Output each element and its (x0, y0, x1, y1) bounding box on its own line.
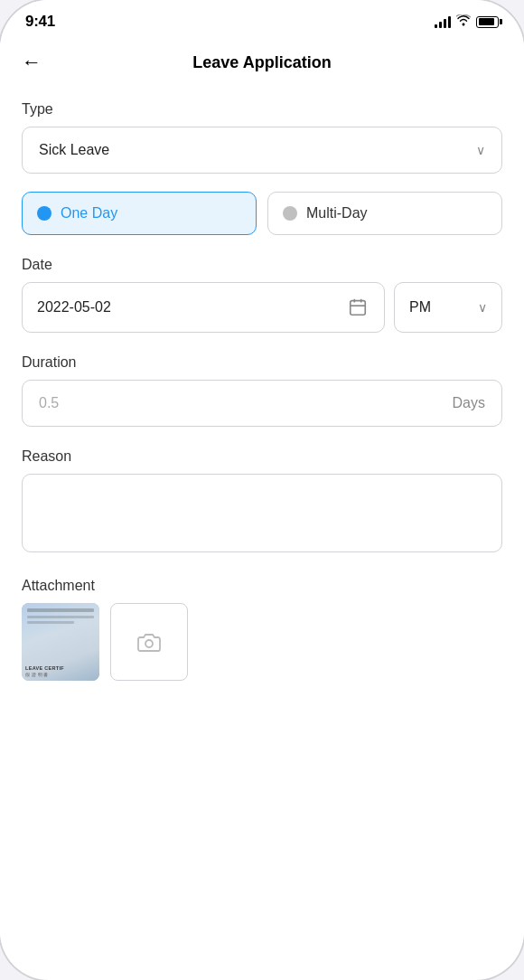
battery-icon (476, 16, 499, 28)
back-arrow-icon: ← (22, 52, 42, 72)
one-day-toggle[interactable]: One Day (22, 192, 257, 235)
one-day-dot (37, 206, 51, 221)
date-label: Date (22, 257, 502, 273)
calendar-icon (346, 296, 370, 319)
one-day-label: One Day (61, 205, 117, 221)
form-content: Type Sick Leave ∨ One Day Multi-Day Date… (0, 87, 524, 967)
status-icons (435, 14, 499, 29)
day-type-toggle: One Day Multi-Day (22, 192, 502, 235)
svg-rect-0 (351, 301, 366, 316)
reason-label: Reason (22, 448, 502, 465)
time-value: PM (409, 299, 431, 316)
reason-input[interactable] (22, 474, 502, 552)
multi-day-dot (283, 206, 297, 221)
multi-day-toggle[interactable]: Multi-Day (267, 192, 502, 235)
duration-section: Duration 0.5 Days (22, 354, 502, 427)
date-section: Date 2022-05-02 PM ∨ (22, 257, 502, 333)
duration-label: Duration (22, 354, 502, 371)
svg-point-4 (145, 640, 153, 647)
chevron-down-icon: ∨ (476, 143, 485, 157)
duration-value: 0.5 (39, 395, 59, 411)
status-bar: 9:41 (0, 0, 524, 38)
time-select[interactable]: PM ∨ (394, 282, 502, 333)
camera-icon (135, 627, 164, 656)
type-label: Type (22, 101, 502, 118)
phone-frame: 9:41 ← Leav (0, 0, 524, 980)
page-title: Leave Application (192, 53, 331, 72)
multi-day-label: Multi-Day (306, 205, 368, 221)
type-section: Type Sick Leave ∨ (22, 101, 502, 174)
duration-input[interactable]: 0.5 Days (22, 380, 502, 427)
attachment-thumbnail[interactable]: LEAVE CERTIF 假 證 明 書 (22, 603, 99, 681)
time-chevron-icon: ∨ (478, 300, 487, 315)
add-photo-button[interactable] (110, 603, 188, 681)
attachment-section: Attachment LEAVE CERTIF 假 (22, 578, 502, 681)
signal-icon (435, 16, 451, 28)
status-time: 9:41 (25, 13, 55, 31)
reason-section: Reason (22, 448, 502, 556)
back-button[interactable]: ← (18, 49, 45, 76)
date-row: 2022-05-02 PM ∨ (22, 282, 502, 333)
attachment-row: LEAVE CERTIF 假 證 明 書 (22, 603, 502, 681)
type-value: Sick Leave (39, 142, 109, 158)
duration-unit: Days (453, 395, 485, 411)
date-value: 2022-05-02 (37, 299, 111, 316)
wifi-icon (456, 14, 471, 29)
date-input[interactable]: 2022-05-02 (22, 282, 385, 333)
type-dropdown[interactable]: Sick Leave ∨ (22, 127, 502, 174)
app-header: ← Leave Application (0, 38, 524, 87)
attachment-label: Attachment (22, 578, 502, 594)
